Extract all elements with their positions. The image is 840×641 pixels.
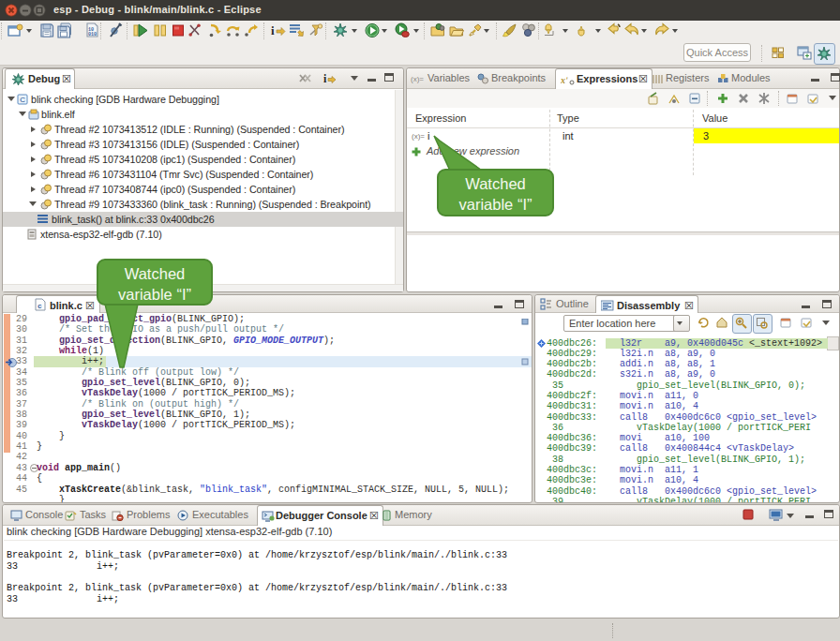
svg-text:xʹ: xʹ xyxy=(561,75,568,85)
svg-text:i: i xyxy=(271,23,275,37)
svg-text:i: i xyxy=(323,72,327,85)
svg-text:(x)=: (x)= xyxy=(412,132,425,141)
svg-text:C: C xyxy=(20,96,25,104)
svg-text:(x)=: (x)= xyxy=(411,75,424,83)
svg-text:c: c xyxy=(38,302,42,310)
svg-text:010: 010 xyxy=(88,32,97,37)
